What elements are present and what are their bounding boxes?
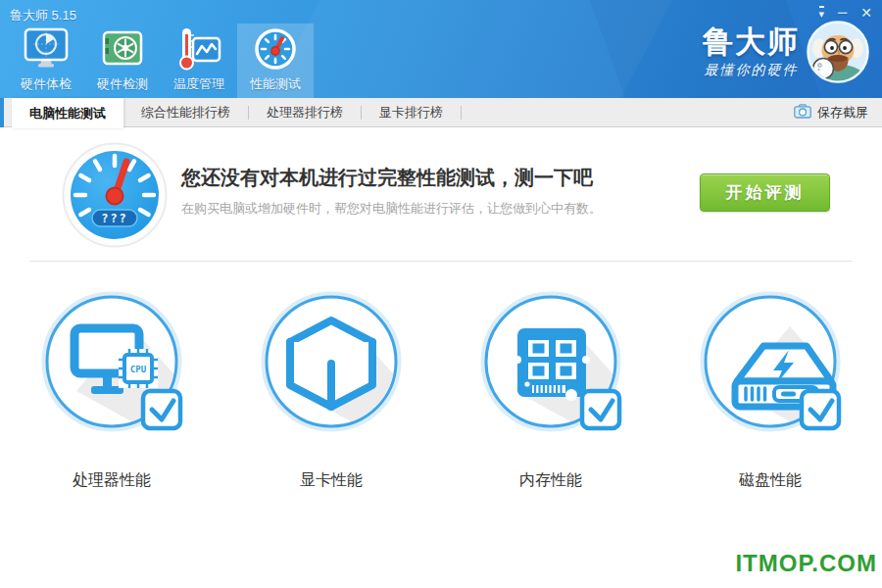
card-cpu-performance[interactable]: CPU 处理器性能 bbox=[32, 289, 191, 491]
tab-separator bbox=[461, 106, 462, 120]
card-disk-performance[interactable]: 磁盘性能 bbox=[691, 289, 850, 491]
nav-item-hardware-detect[interactable]: 硬件检测 bbox=[84, 24, 161, 98]
brand-logo: 鲁大师 bbox=[703, 25, 800, 59]
nav-item-performance-test[interactable]: 性能测试 bbox=[237, 24, 314, 98]
card-label: 磁盘性能 bbox=[739, 470, 802, 491]
speedometer-gauge-icon: ??? bbox=[61, 141, 169, 249]
tab-pc-performance-test[interactable]: 电脑性能测试 bbox=[12, 98, 123, 128]
watermark: ITMOP.COM bbox=[735, 550, 877, 577]
close-icon[interactable]: ✕ bbox=[860, 5, 872, 21]
card-label: 处理器性能 bbox=[73, 470, 151, 491]
save-screenshot-label: 保存截屏 bbox=[817, 104, 868, 122]
tab-cpu-ranking[interactable]: 处理器排行榜 bbox=[249, 98, 361, 126]
window-controls: ▾ ─ ✕ bbox=[819, 5, 872, 21]
gauge-badge: ??? bbox=[101, 212, 128, 225]
tabbar-left-accent bbox=[0, 98, 4, 127]
nav-item-hardware-checkup[interactable]: 硬件体检 bbox=[8, 24, 84, 98]
card-label: 内存性能 bbox=[519, 470, 582, 491]
nav-label: 硬件检测 bbox=[97, 75, 148, 93]
tab-overall-ranking[interactable]: 综合性能排行榜 bbox=[123, 98, 248, 126]
nav-label: 硬件体检 bbox=[21, 75, 72, 93]
memory-module-icon bbox=[472, 289, 629, 440]
speedometer-icon bbox=[252, 25, 299, 73]
brand-tagline: 最懂你的硬件 bbox=[705, 62, 799, 79]
gpu-cube-icon bbox=[253, 289, 410, 440]
cpu-chip-label: CPU bbox=[130, 365, 146, 374]
thermometer-chart-icon bbox=[175, 25, 222, 73]
nav-label: 性能测试 bbox=[250, 75, 301, 93]
content: ??? 您还没有对本机进行过完整性能测试，测一下吧 在购买电脑或增加硬件时，帮您… bbox=[0, 127, 882, 587]
disk-drive-icon bbox=[692, 289, 849, 440]
mascot-avatar bbox=[807, 21, 869, 83]
tabbar: 电脑性能测试 综合性能排行榜 处理器排行榜 显卡排行榜 保存截屏 bbox=[0, 98, 882, 127]
header: 鲁大师 5.15 ▾ ─ ✕ 硬件体检 bbox=[0, 0, 882, 98]
cpu-monitor-icon: CPU bbox=[33, 289, 190, 440]
divider bbox=[29, 261, 853, 262]
camera-icon bbox=[794, 104, 811, 122]
banner-title: 您还没有对本机进行过完整性能测试，测一下吧 bbox=[181, 165, 593, 191]
main-nav: 硬件体检 硬件检测 bbox=[8, 24, 314, 98]
monitor-radar-icon bbox=[23, 25, 70, 73]
nav-item-temperature[interactable]: 温度管理 bbox=[161, 24, 237, 98]
test-cards: CPU 处理器性能 bbox=[0, 289, 882, 491]
card-gpu-performance[interactable]: 显卡性能 bbox=[252, 289, 411, 491]
card-memory-performance[interactable]: 内存性能 bbox=[471, 289, 630, 491]
test-banner: ??? 您还没有对本机进行过完整性能测试，测一下吧 在购买电脑或增加硬件时，帮您… bbox=[0, 127, 882, 261]
save-screenshot-button[interactable]: 保存截屏 bbox=[780, 98, 882, 126]
tab-gpu-ranking[interactable]: 显卡排行榜 bbox=[362, 98, 461, 126]
brand: 鲁大师 最懂你的硬件 bbox=[703, 21, 869, 83]
nav-label: 温度管理 bbox=[173, 75, 224, 93]
app-title: 鲁大师 5.15 bbox=[10, 7, 76, 24]
banner-subtitle: 在购买电脑或增加硬件时，帮您对电脑性能进行评估，让您做到心中有数。 bbox=[181, 200, 602, 218]
gpu-card-icon bbox=[99, 25, 146, 73]
card-label: 显卡性能 bbox=[300, 470, 363, 491]
brand-text: 鲁大师 最懂你的硬件 bbox=[703, 25, 800, 79]
menu-dropdown-icon[interactable]: ▾ bbox=[819, 6, 825, 20]
minimize-icon[interactable]: ─ bbox=[838, 5, 847, 21]
start-benchmark-button[interactable]: 开始评测 bbox=[700, 173, 830, 212]
